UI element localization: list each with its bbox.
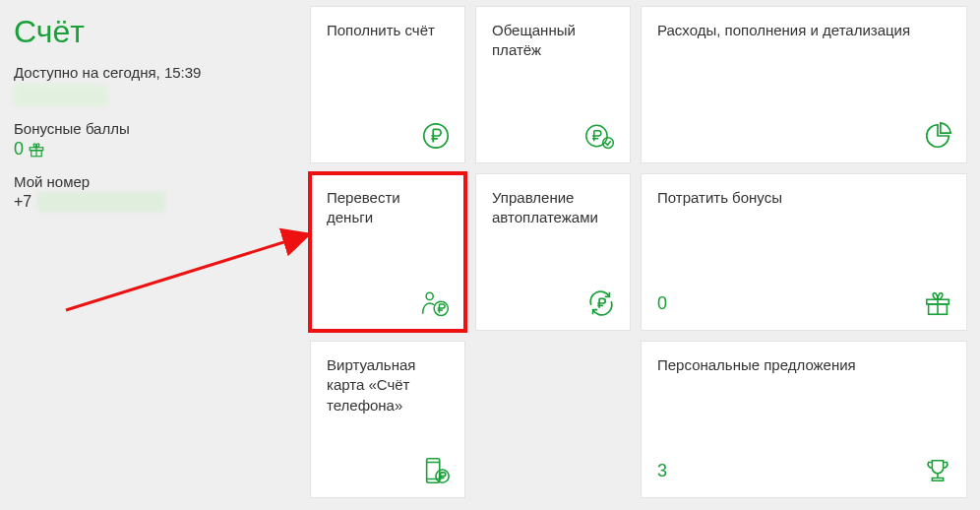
card-transfer-money[interactable]: Перевести деньги (310, 173, 465, 331)
card-title: Перевести деньги (327, 188, 449, 228)
card-title: Потратить бонусы (657, 188, 950, 208)
card-title: Пополнить счёт (327, 21, 449, 40)
card-spend-bonus[interactable]: Потратить бонусы 0 (641, 173, 967, 331)
card-promised-payment[interactable]: Обещанный платёж (475, 6, 631, 163)
card-expenses[interactable]: Расходы, пополнения и детализация (641, 6, 967, 163)
trophy-icon (923, 456, 952, 485)
card-title: Управление автоплатежами (492, 188, 614, 228)
phone-value: +7 (14, 192, 292, 212)
ruble-icon (421, 121, 451, 151)
balance-value-hidden (14, 85, 107, 106)
card-offers[interactable]: Персональные предложения 3 (641, 341, 967, 498)
gift-icon (923, 288, 952, 318)
card-value: 0 (657, 293, 667, 314)
card-title: Обещанный платёж (492, 21, 614, 61)
svg-point-5 (426, 292, 433, 299)
card-title: Персональные предложения (657, 355, 950, 375)
bonus-label: Бонусные баллы (14, 120, 292, 137)
ruble-refresh-icon (586, 288, 616, 318)
person-ruble-icon (419, 288, 451, 318)
cards-grid: Пополнить счёт Обещанный платёж Расх (310, 0, 980, 510)
ruble-check-icon (584, 121, 616, 151)
phone-prefix: +7 (14, 193, 31, 211)
pie-chart-icon (923, 121, 952, 151)
gift-icon (28, 141, 45, 159)
card-autopay[interactable]: Управление автоплатежами (475, 173, 631, 331)
bonus-value: 0 (14, 139, 292, 159)
card-value: 3 (657, 461, 667, 481)
phone-number-hidden (37, 192, 165, 212)
card-topup[interactable]: Пополнить счёт (310, 6, 465, 163)
card-title: Расходы, пополнения и детализация (657, 21, 950, 40)
card-title: Виртуальная карта «Счёт телефона» (327, 355, 449, 415)
phone-ruble-icon (421, 456, 451, 485)
available-label: Доступно на сегодня, 15:39 (14, 64, 292, 81)
bonus-number: 0 (14, 139, 24, 159)
page-title: Счёт (14, 14, 292, 50)
card-virtual-card[interactable]: Виртуальная карта «Счёт телефона» (310, 341, 465, 498)
phone-label: Мой номер (14, 173, 292, 190)
sidebar: Счёт Доступно на сегодня, 15:39 Бонусные… (0, 0, 310, 510)
